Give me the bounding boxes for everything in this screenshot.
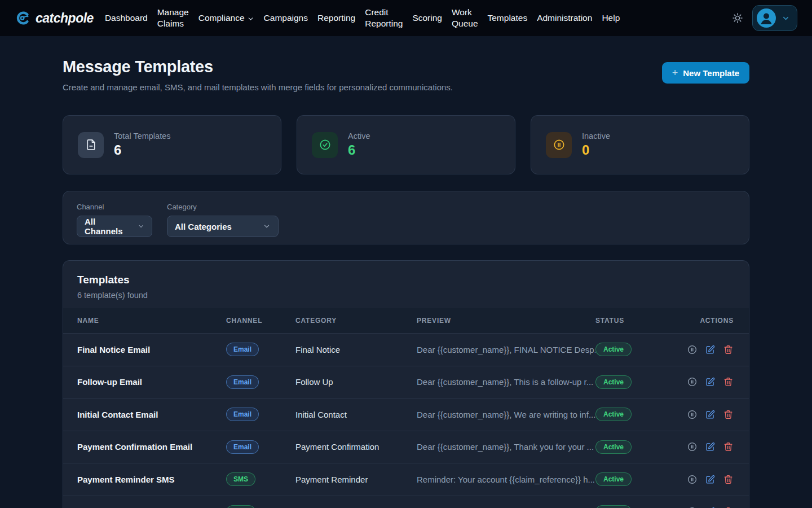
avatar [757, 8, 776, 28]
nav-item-administration[interactable]: Administration [537, 13, 592, 23]
delete-button[interactable] [722, 473, 735, 486]
filters-panel: Channel All Channels Category All Catego… [63, 191, 749, 244]
nav-item-reporting[interactable]: Reporting [317, 13, 355, 23]
edit-pencil-icon [705, 376, 716, 387]
trash-icon [723, 409, 734, 420]
edit-button[interactable] [704, 440, 717, 453]
table-body: Final Notice Email Email Final Notice De… [63, 334, 749, 508]
edit-button[interactable] [704, 408, 717, 421]
page-subtitle: Create and manage email, SMS, and mail t… [63, 82, 453, 92]
edit-pencil-icon [705, 474, 716, 485]
status-badge: Active [595, 472, 632, 486]
nav-item-scoring[interactable]: Scoring [412, 13, 442, 23]
table-row: Promise Reminder SMS SMS Promise Reminde… [63, 496, 749, 508]
table-row: Initial Contact Email Email Initial Cont… [63, 398, 749, 431]
nav-item-help[interactable]: Help [602, 13, 620, 23]
row-preview: Dear {{customer_name}}, This is a follow… [417, 377, 595, 387]
column-header-channel: Channel [226, 317, 295, 325]
delete-button[interactable] [722, 505, 735, 508]
stat-label: Total Templates [114, 132, 170, 141]
topbar: catchpole Dashboard Manage Claims Compli… [0, 0, 812, 36]
category-filter-label: Category [167, 203, 279, 211]
row-name: Initial Contact Email [77, 410, 226, 419]
pause-button[interactable] [686, 408, 699, 421]
delete-button[interactable] [722, 440, 735, 453]
brand-logo[interactable]: catchpole [15, 10, 94, 27]
document-icon [78, 132, 104, 158]
table-row: Payment Confirmation Email Email Payment… [63, 431, 749, 464]
table-title: Templates [77, 274, 735, 286]
edit-button[interactable] [704, 505, 717, 508]
theme-toggle-button[interactable] [732, 12, 743, 24]
channel-badge: Email [226, 343, 259, 356]
nav-item-campaigns[interactable]: Campaigns [264, 13, 308, 23]
edit-button[interactable] [704, 375, 717, 388]
channel-badge: Email [226, 440, 259, 454]
status-badge: Active [595, 505, 632, 508]
row-preview: Reminder: Your account {{claim_reference… [417, 475, 595, 484]
column-header-status: Status [595, 317, 678, 325]
stat-value: 6 [348, 142, 370, 158]
category-select[interactable]: All Categories [167, 216, 279, 237]
trash-icon [723, 441, 734, 452]
nav-item-manage-claims[interactable]: Manage Claims [157, 7, 189, 29]
main-content: Message Templates Create and manage emai… [63, 58, 749, 508]
table-row: Follow-up Email Email Follow Up Dear {{c… [63, 366, 749, 399]
stat-label: Active [348, 132, 370, 141]
edit-button[interactable] [704, 473, 717, 486]
new-template-button[interactable]: + New Template [662, 62, 749, 84]
channel-select-value: All Channels [85, 217, 130, 236]
channel-badge: Email [226, 408, 259, 421]
pause-circle-icon [546, 132, 572, 158]
templates-panel: Templates 6 template(s) found Name Chann… [63, 260, 749, 508]
pause-circle-icon [687, 441, 698, 452]
catchpole-logo-icon [15, 10, 32, 27]
channel-badge: SMS [226, 472, 255, 486]
page-title: Message Templates [63, 58, 453, 76]
table-count: 6 template(s) found [77, 291, 735, 300]
edit-button[interactable] [704, 343, 717, 356]
row-category: Initial Contact [295, 410, 417, 419]
stat-card-active: Active 6 [297, 115, 515, 174]
delete-button[interactable] [722, 408, 735, 421]
status-badge: Active [595, 408, 632, 421]
chevron-down-icon [247, 15, 254, 23]
stat-value: 6 [114, 142, 170, 158]
main-nav: Dashboard Manage Claims Compliance Campa… [105, 7, 620, 29]
row-preview: Dear {{customer_name}}, We are writing t… [417, 410, 595, 419]
channel-badge: SMS [226, 505, 255, 508]
nav-item-work-queue[interactable]: Work Queue [452, 7, 478, 29]
pause-button[interactable] [686, 440, 699, 453]
nav-item-templates[interactable]: Templates [488, 13, 528, 23]
stat-card-inactive: Inactive 0 [531, 115, 749, 174]
row-category: Follow Up [295, 377, 417, 387]
column-header-actions: Actions [678, 317, 735, 325]
brand-name: catchpole [36, 11, 94, 26]
row-preview: Dear {{customer_name}}, FINAL NOTICE Des… [417, 345, 595, 354]
stat-label: Inactive [582, 132, 610, 141]
nav-item-compliance[interactable]: Compliance [198, 13, 254, 23]
category-select-value: All Categories [175, 222, 232, 231]
edit-pencil-icon [705, 344, 716, 355]
pause-button[interactable] [686, 473, 699, 486]
delete-button[interactable] [722, 343, 735, 356]
channel-select[interactable]: All Channels [77, 216, 152, 237]
pause-button[interactable] [686, 343, 699, 356]
pause-button[interactable] [686, 505, 699, 508]
nav-item-dashboard[interactable]: Dashboard [105, 13, 148, 23]
trash-icon [723, 474, 734, 485]
chevron-down-icon [138, 222, 144, 230]
pause-button[interactable] [686, 375, 699, 388]
channel-badge: Email [226, 375, 259, 389]
table-header-row: Name Channel Category Preview Status Act… [63, 308, 749, 334]
stats-row: Total Templates 6 Active 6 Inactiv [63, 115, 749, 174]
column-header-name: Name [77, 317, 226, 325]
chevron-down-icon [782, 14, 790, 23]
check-circle-icon [312, 132, 338, 158]
pause-circle-icon [687, 344, 698, 355]
user-menu[interactable] [752, 5, 797, 31]
delete-button[interactable] [722, 375, 735, 388]
stat-card-total: Total Templates 6 [63, 115, 281, 174]
trash-icon [723, 344, 734, 355]
nav-item-credit-reporting[interactable]: Credit Reporting [365, 7, 403, 29]
